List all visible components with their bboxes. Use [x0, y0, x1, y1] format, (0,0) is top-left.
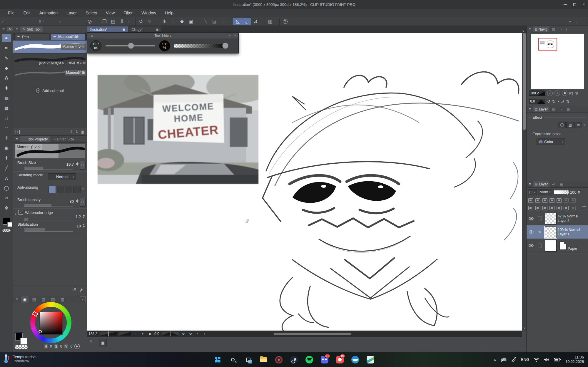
- stabilization-stepper[interactable]: [83, 224, 85, 227]
- size-slider-knob[interactable]: [128, 43, 134, 49]
- layer-panel-menu-icon[interactable]: ≡: [527, 182, 532, 186]
- canvas-zoom-slider[interactable]: [100, 332, 117, 336]
- right-dock-prev-icon[interactable]: ‹: [577, 19, 578, 24]
- new-raster-layer-icon[interactable]: [528, 206, 533, 210]
- opacity-slider-knob[interactable]: [222, 43, 228, 49]
- layer-row-layer1-selected[interactable]: ✎ 100 % Normal Layer 1: [527, 225, 588, 239]
- horizontal-scrollbar-thumb[interactable]: [274, 333, 351, 335]
- pen-tool[interactable]: ✒: [2, 34, 11, 42]
- navigator-menu-icon[interactable]: ≡: [527, 27, 532, 31]
- subtool-menu-icon[interactable]: ≡: [14, 27, 19, 31]
- snap-ruler-icon[interactable]: ◺: [232, 18, 242, 25]
- tab-color-set[interactable]: ▤: [30, 296, 38, 303]
- color-mode-toggle-icon[interactable]: [74, 344, 80, 349]
- brush-tool[interactable]: ✎: [2, 54, 11, 62]
- eraser-tool[interactable]: ◆: [2, 64, 11, 72]
- tab-layer-search[interactable]: ▨: [550, 106, 557, 112]
- anti-aliasing-strong-button[interactable]: [73, 186, 81, 193]
- zoom-out-icon[interactable]: −: [133, 332, 138, 336]
- brush-size-slider[interactable]: [24, 166, 73, 170]
- tab-color-mixing[interactable]: ▨: [49, 296, 57, 303]
- layer-row-paper[interactable]: Paper: [527, 239, 588, 252]
- tool-sliders-close-icon[interactable]: ×: [234, 33, 236, 38]
- clip-at-layer-below-icon[interactable]: [528, 198, 533, 203]
- save-more-icon[interactable]: ∨: [126, 18, 131, 25]
- tab-color-history[interactable]: ▧: [59, 296, 66, 303]
- right-dock-collapse-icon[interactable]: «: [569, 19, 571, 24]
- maximize-button[interactable]: [573, 3, 576, 6]
- tab-layer-property[interactable]: ≣ Layer: [533, 106, 549, 112]
- brush-size-value[interactable]: 19.7: [66, 162, 74, 167]
- delete-layer-icon[interactable]: [582, 206, 586, 210]
- layer-checkbox[interactable]: [538, 217, 542, 220]
- effect-border-button[interactable]: ⧉: [574, 122, 582, 128]
- new-vector-layer-icon[interactable]: [535, 206, 540, 210]
- expression-color-select[interactable]: Color ∨: [537, 138, 565, 145]
- nav-flip-horizontal-icon[interactable]: ⇄: [561, 99, 564, 104]
- navigator-rotation-value[interactable]: 0.0: [529, 99, 545, 104]
- tab-color-wheel[interactable]: ◉: [21, 296, 29, 303]
- airbrush-tool[interactable]: ⁂: [2, 74, 11, 82]
- csp-logo-icon[interactable]: ◎: [85, 18, 94, 25]
- watercolor-edge-slider[interactable]: [24, 217, 73, 221]
- anti-aliasing-weak-button[interactable]: [57, 186, 64, 193]
- tab-edit-history[interactable]: ↩: [550, 181, 557, 187]
- toolstrip-menu-icon[interactable]: ≡: [1, 27, 6, 31]
- tab-layer-comp[interactable]: ▦: [565, 106, 572, 112]
- move-tool[interactable]: ✥: [2, 204, 11, 212]
- sparkle-tool[interactable]: ✳: [2, 134, 11, 142]
- volume-icon[interactable]: [544, 357, 549, 362]
- chevron-down-icon[interactable]: ∨: [584, 123, 586, 126]
- start-button[interactable]: [211, 353, 224, 366]
- reset-all-settings-icon[interactable]: ↺: [72, 287, 76, 293]
- scroll-down-icon[interactable]: ∨: [522, 326, 527, 331]
- transfer-to-layer-icon[interactable]: [549, 206, 554, 210]
- navigator-preview[interactable]: [531, 34, 584, 89]
- tab-illustration[interactable]: Illustration*: [87, 26, 128, 33]
- select-area-icon[interactable]: ◪: [210, 18, 219, 25]
- chevron-down-icon[interactable]: ∨: [82, 187, 84, 190]
- brush-item-mameo-pencil[interactable]: Mameo鉛筆: [13, 66, 87, 79]
- vertical-scrollbar[interactable]: ∨: [522, 33, 526, 331]
- blending-mode-select[interactable]: Normal ∨: [49, 173, 76, 180]
- layer-thumbnail[interactable]: [545, 213, 557, 224]
- line-tool[interactable]: ╱: [2, 164, 11, 172]
- nav-zoom-reset-button[interactable]: ■: [562, 91, 567, 96]
- color-wheel-menu-icon[interactable]: ≡: [14, 297, 19, 301]
- menu-item[interactable]: Select: [81, 11, 101, 15]
- visibility-eye-icon[interactable]: [529, 230, 534, 234]
- brush-density-slider[interactable]: [24, 203, 73, 207]
- fill-tool[interactable]: ▩: [2, 94, 11, 102]
- tab-sub-view[interactable]: ▨: [550, 26, 557, 32]
- correction-tool[interactable]: ✛: [2, 154, 11, 162]
- fill-icon[interactable]: ◆: [178, 18, 186, 25]
- close-button[interactable]: ×: [583, 2, 585, 6]
- canvas-zoom-value[interactable]: 188.2: [88, 332, 97, 336]
- canvas[interactable]: WELCOME HOME CHEATER: [87, 33, 522, 331]
- navigator-view-rectangle[interactable]: [538, 38, 557, 51]
- nav-zoom-out-button[interactable]: −: [547, 91, 553, 96]
- brush-item-shadow-brush[interactable]: [48시간 무료]먹칠 그림자 브러쉬: [13, 53, 87, 66]
- whale-browser-button[interactable]: [349, 353, 362, 366]
- save-file-icon[interactable]: ⇩: [118, 18, 126, 25]
- selection-launcher-button[interactable]: ▣: [99, 339, 107, 346]
- tab-pen-group[interactable]: ✒ Pen: [14, 33, 49, 40]
- layer-property-menu-icon[interactable]: ≡: [527, 107, 532, 111]
- export-subtool-icon[interactable]: ⇩: [75, 130, 78, 134]
- layer-opacity-value[interactable]: 100: [570, 190, 577, 195]
- polygon-tool[interactable]: ▱: [2, 194, 11, 202]
- layer-thumbnail[interactable]: [545, 226, 557, 238]
- menu-item[interactable]: View: [101, 11, 119, 15]
- transparent-color-swatch[interactable]: [2, 229, 11, 232]
- anti-aliasing-none-button[interactable]: [49, 186, 56, 193]
- tab-timeline[interactable]: ▦: [558, 181, 564, 187]
- layer-name[interactable]: Layer 2: [558, 219, 578, 223]
- menu-item[interactable]: Layer: [62, 11, 81, 15]
- navigator-zoom-value[interactable]: 188.2: [529, 91, 545, 96]
- tray-overflow-icon[interactable]: ∧: [494, 358, 496, 362]
- select-line-icon[interactable]: ╲: [200, 18, 210, 25]
- brush-item-mameo-ink[interactable]: Mameoインク: [13, 41, 87, 53]
- close-dot-icon[interactable]: [156, 29, 158, 31]
- import-subtool-icon[interactable]: ⇩: [70, 130, 73, 134]
- layer-name[interactable]: Paper: [568, 247, 577, 251]
